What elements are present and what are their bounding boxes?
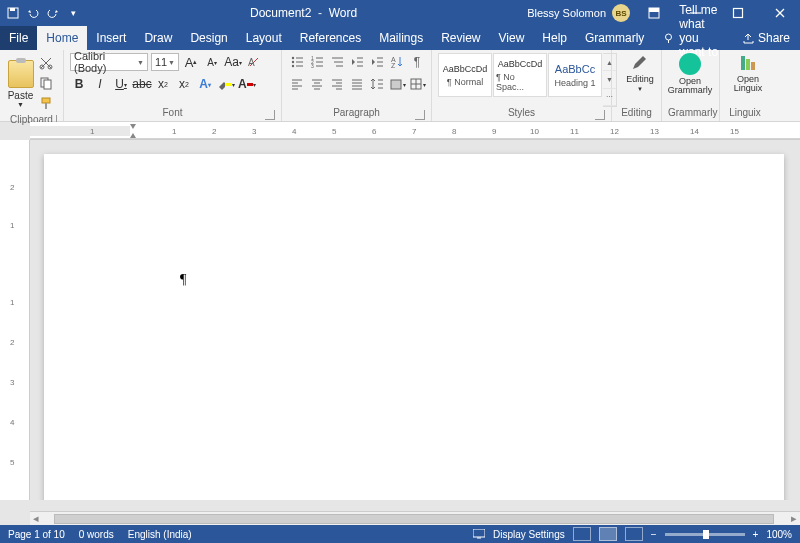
tab-home[interactable]: Home	[37, 26, 87, 50]
display-settings-label[interactable]: Display Settings	[493, 529, 565, 540]
align-center-icon[interactable]	[308, 75, 326, 93]
tell-me-search[interactable]: Tell me what you want to do	[653, 26, 733, 50]
chevron-down-icon: ▼	[637, 86, 643, 92]
ribbon-tabs: File Home Insert Draw Design Layout Refe…	[0, 26, 800, 50]
zoom-slider[interactable]	[665, 533, 745, 536]
tab-file[interactable]: File	[0, 26, 37, 50]
tab-view[interactable]: View	[490, 26, 534, 50]
italic-button[interactable]: I	[91, 75, 109, 93]
shrink-font-icon[interactable]: A▾	[203, 53, 221, 71]
tab-draw[interactable]: Draw	[135, 26, 181, 50]
read-mode-icon[interactable]	[573, 527, 591, 541]
user-avatar[interactable]: BS	[612, 4, 630, 22]
tab-insert[interactable]: Insert	[87, 26, 135, 50]
editing-button[interactable]: Editing ▼	[618, 53, 662, 92]
undo-icon[interactable]	[26, 6, 40, 20]
tab-design[interactable]: Design	[181, 26, 236, 50]
close-button[interactable]	[762, 0, 798, 26]
maximize-button[interactable]	[720, 0, 756, 26]
language-status[interactable]: English (India)	[128, 529, 192, 540]
dialog-launcher-icon[interactable]	[415, 110, 425, 120]
tab-mailings[interactable]: Mailings	[370, 26, 432, 50]
svg-rect-14	[42, 98, 50, 103]
svg-text:11: 11	[570, 127, 579, 136]
grow-font-icon[interactable]: A▴	[182, 53, 200, 71]
tab-help[interactable]: Help	[533, 26, 576, 50]
vertical-ruler[interactable]: 2112345	[0, 140, 30, 500]
share-button[interactable]: Share	[733, 26, 800, 50]
align-left-icon[interactable]	[288, 75, 306, 93]
word-count[interactable]: 0 words	[79, 529, 114, 540]
scroll-right-icon[interactable]: ▸	[788, 512, 800, 525]
style-normal[interactable]: AaBbCcDd¶ Normal	[438, 53, 492, 97]
paste-button[interactable]: Paste ▼	[6, 53, 35, 114]
editing-label: Editing	[626, 75, 654, 84]
page-scroll-area[interactable]: ¶	[30, 140, 800, 500]
bullets-icon[interactable]	[288, 53, 306, 71]
align-right-icon[interactable]	[328, 75, 346, 93]
decrease-indent-icon[interactable]	[348, 53, 366, 71]
svg-rect-5	[734, 9, 743, 18]
highlight-color-icon[interactable]: ▾	[217, 75, 235, 93]
bold-button[interactable]: B	[70, 75, 88, 93]
group-label-grammarly: Grammarly	[668, 107, 713, 120]
scroll-thumb[interactable]	[54, 514, 774, 524]
scroll-left-icon[interactable]: ◂	[30, 512, 42, 525]
page-number[interactable]: Page 1 of 10	[8, 529, 65, 540]
save-icon[interactable]	[6, 6, 20, 20]
text-effects-icon[interactable]: A▾	[196, 75, 214, 93]
subscript-button[interactable]: x2	[154, 75, 172, 93]
tab-grammarly[interactable]: Grammarly	[576, 26, 653, 50]
increase-indent-icon[interactable]	[368, 53, 386, 71]
zoom-level[interactable]: 100%	[766, 529, 792, 540]
font-name-combo[interactable]: Calibri (Body)▼	[70, 53, 148, 71]
horizontal-ruler[interactable]: 1 123 456 789 101112 131415	[30, 122, 800, 140]
underline-button[interactable]: U▾	[112, 75, 130, 93]
font-size-combo[interactable]: 11▼	[151, 53, 179, 71]
horizontal-scrollbar[interactable]: ◂ ▸	[30, 511, 800, 525]
svg-point-19	[292, 61, 294, 63]
ribbon-options-icon[interactable]	[636, 0, 672, 26]
user-name[interactable]: Blessy Solomon	[527, 7, 606, 19]
web-layout-icon[interactable]	[625, 527, 643, 541]
tab-review[interactable]: Review	[432, 26, 489, 50]
show-marks-icon[interactable]: ¶	[408, 53, 426, 71]
open-linguix-button[interactable]: Open Linguix	[726, 53, 770, 94]
change-case-icon[interactable]: Aa▾	[224, 53, 242, 71]
group-label-linguix: Linguix	[726, 107, 764, 120]
zoom-out-icon[interactable]: −	[651, 529, 657, 540]
svg-rect-15	[45, 103, 47, 109]
copy-icon[interactable]	[39, 76, 57, 94]
numbering-icon[interactable]: 123	[308, 53, 326, 71]
open-grammarly-button[interactable]: Open Grammarly	[668, 53, 712, 96]
cut-icon[interactable]	[39, 56, 57, 74]
borders-icon[interactable]: ▾	[408, 75, 426, 93]
user-area: Blessy Solomon BS	[527, 0, 800, 26]
multilevel-list-icon[interactable]	[328, 53, 346, 71]
group-label-font: Font	[70, 107, 275, 120]
style-heading-1[interactable]: AaBbCcHeading 1	[548, 53, 602, 97]
style-no-spacing[interactable]: AaBbCcDd¶ No Spac...	[493, 53, 547, 97]
svg-text:2: 2	[10, 338, 15, 347]
style-gallery: AaBbCcDd¶ Normal AaBbCcDd¶ No Spac... Aa…	[438, 53, 617, 107]
shading-icon[interactable]: ▾	[388, 75, 406, 93]
format-painter-icon[interactable]	[39, 96, 57, 114]
clear-format-icon[interactable]: A	[245, 53, 263, 71]
line-spacing-icon[interactable]	[368, 75, 386, 93]
justify-icon[interactable]	[348, 75, 366, 93]
strikethrough-button[interactable]: abc	[133, 75, 151, 93]
zoom-in-icon[interactable]: +	[753, 529, 759, 540]
svg-text:8: 8	[452, 127, 457, 136]
dialog-launcher-icon[interactable]	[265, 110, 275, 120]
tab-references[interactable]: References	[291, 26, 370, 50]
document-page[interactable]	[44, 154, 784, 500]
sort-icon[interactable]: AZ	[388, 53, 406, 71]
tab-layout[interactable]: Layout	[237, 26, 291, 50]
font-color-icon[interactable]: A▾	[238, 75, 256, 93]
superscript-button[interactable]: x2	[175, 75, 193, 93]
redo-icon[interactable]	[46, 6, 60, 20]
print-layout-icon[interactable]	[599, 527, 617, 541]
qat-customize-icon[interactable]: ▾	[66, 6, 80, 20]
svg-text:15: 15	[730, 127, 739, 136]
dialog-launcher-icon[interactable]	[595, 110, 605, 120]
